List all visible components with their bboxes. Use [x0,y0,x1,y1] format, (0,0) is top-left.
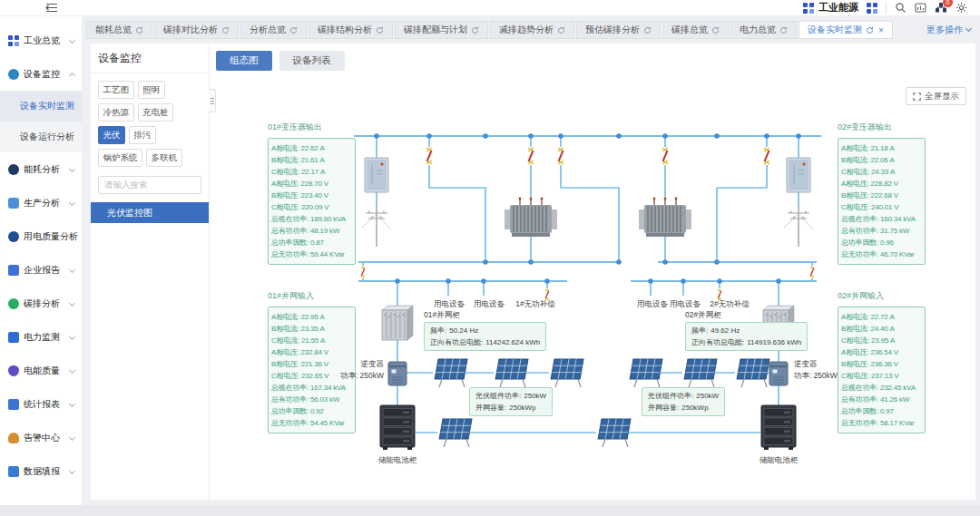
sidebar-sub-device-analysis[interactable]: 设备运行分析 [0,122,82,152]
refresh-icon[interactable] [376,26,384,34]
metric-label: 功率: [340,371,358,380]
chip-charging-pile[interactable]: 充电桩 [138,103,174,122]
metric-label: 正向有功总电能: [430,338,483,346]
organization-icon[interactable]: 0 [935,2,947,14]
metric-label: 功率: [794,371,811,380]
metric-label: 并网容量: [648,404,679,412]
metric-label: A相电压: [841,348,869,356]
metric-label: 总功率因数: [841,239,878,247]
metric-value: 228.82 V [871,180,898,188]
metric-value: 114242.624 kWh [485,338,540,346]
sidebar-item-power-quality[interactable]: 电能质量 [0,354,82,387]
metric-label: 总视在功率: [841,384,878,392]
refresh-icon[interactable] [557,26,565,34]
tab-analysis-overview[interactable]: 分析总览 [240,21,307,39]
refresh-icon[interactable] [643,26,652,34]
metric-label: 频率: [691,326,708,335]
metric-row: C相电流:21.55 A [271,335,352,346]
tab-reduction-trend[interactable]: 减排趋势分析 [490,21,574,39]
chip-multi-split[interactable]: 多联机 [146,149,182,167]
sidebar-item-alarm-center[interactable]: 告警中心 [0,421,82,454]
metric-value: 59.44 KVar [310,250,344,258]
sidebar-item-device-monitor[interactable]: 设备监控 [0,57,82,91]
tab-carbon-forecast[interactable]: 预估碳排分析 [576,21,661,39]
sidebar-collapse-icon[interactable] [45,3,58,13]
sidebar-item-industry-overview[interactable]: 工业总览 [0,24,82,57]
chip-lighting[interactable]: 照明 [138,81,165,99]
metric-label: A相电压: [271,180,299,188]
pv-panel-icon [737,359,769,387]
device-list-button[interactable]: 设备列表 [279,51,345,71]
transformer-2-output-panel: 02#变压器输出 A相电流:21.18 AB相电流:22.06 AC相电流:24… [838,122,926,265]
tree-item-pv-monitor[interactable]: 光伏监控图 [91,202,209,223]
content-panel: 设备监控 工艺图 照明 冷热源 充电桩 光伏 排污 锅炉系统 多联机 光伏监控图 [91,44,975,500]
metric-value: 250kW [813,371,837,380]
chip-pv[interactable]: 光伏 [98,126,125,144]
refresh-icon[interactable] [221,26,230,34]
metric-label: 总有功功率: [271,227,309,235]
metric-value: 48.19 kW [310,227,339,235]
refresh-icon[interactable] [711,26,720,34]
tab-device-realtime[interactable]: 设备实时监测× [799,21,893,39]
utility-pole-icon [784,206,813,247]
panel-title: 02#变压器输出 [838,122,926,133]
close-icon[interactable]: × [878,25,884,35]
pv-panel-icon [684,359,717,387]
search-icon[interactable] [895,2,906,14]
sidebar-item-energy-analysis[interactable]: 能耗分析 [0,152,82,186]
metric-row: 总有功功率:56.03 kW [271,394,352,405]
sidebar-item-power-monitor[interactable]: 电力监测 [0,320,82,354]
chip-sewage[interactable]: 排污 [129,126,156,144]
load-label: 用电设备 [665,299,705,310]
tab-power-overview[interactable]: 电力总览 [730,21,797,39]
metric-label: 总有功功率: [271,395,309,404]
tab-energy-overview[interactable]: 能耗总览 [86,21,152,39]
more-actions-button[interactable]: 更多操作 [926,24,971,36]
metric-row: 总视在功率:232.45 kVA [841,382,922,394]
tab-carbon-quota-plan[interactable]: 碳排配额与计划 [395,21,488,39]
sidebar-item-power-quality-analysis[interactable]: 用电质量分析 [0,219,82,253]
tab-carbon-structure[interactable]: 碳排结构分析 [309,21,393,39]
diagram-view-button[interactable]: 组态图 [216,51,272,71]
metric-value: 0.92 [310,407,324,415]
chip-boiler-system[interactable]: 锅炉系统 [98,149,142,167]
app-brand[interactable]: 工业能源 [803,1,858,15]
metric-row: B相电流:21.61 A [271,154,352,166]
refresh-icon[interactable] [866,26,874,34]
refresh-icon[interactable] [471,26,479,34]
sidebar-item-production-analysis[interactable]: 生产分析 [0,186,82,219]
chip-process-diagram[interactable]: 工艺图 [98,81,134,99]
sidebar-item-data-report[interactable]: 数据填报 [0,454,82,488]
grid-cabinet-2-info: 频率:49.62 Hz正向有功总电能:114919.636 kWh [685,322,808,351]
sidebar-sub-device-realtime[interactable]: 设备实时监测 [0,91,82,122]
main-area: 能耗总览 碳排对比分析 分析总览 碳排结构分析 碳排配额与计划 减排趋势分析 预… [82,16,980,505]
tab-carbon-overview[interactable]: 碳排总览 [662,21,729,39]
metric-value: 22.95 A [301,313,325,321]
app-switcher-icon[interactable] [867,3,877,14]
metric-row: B相电流:23.35 A [271,323,352,335]
search-input[interactable] [98,176,201,194]
chevron-down-icon [69,200,75,206]
chip-hvac-source[interactable]: 冷热源 [98,103,134,122]
device-panel: 设备监控 工艺图 照明 冷热源 充电桩 光伏 排污 锅炉系统 多联机 光伏监控图 [91,44,210,500]
refresh-icon[interactable] [779,26,788,34]
metric-row: C相电压:220.09 V [271,201,352,213]
refresh-icon[interactable] [289,26,298,34]
panel-title: 02#并网输入 [838,290,926,302]
sidebar-item-enterprise-report[interactable]: 企业报告 [0,253,82,287]
metric-row: 正向有功总电能:114919.636 kWh [691,336,801,348]
metric-row: B相电流:22.06 A [841,154,922,166]
notification-badge: 0 [943,0,953,7]
gear-icon[interactable] [956,2,967,14]
sidebar-item-statistics-report[interactable]: 统计报表 [0,387,82,421]
metric-value: 21.18 A [871,144,895,152]
inverter-1-icon [388,362,407,385]
sidebar-item-carbon-analysis[interactable]: 碳排分析 [0,287,82,320]
metric-value: 54.45 KVar [310,419,344,427]
tab-carbon-compare[interactable]: 碳排对比分析 [154,21,239,39]
metric-value: 236.36 V [871,360,898,368]
canvas-toolbar: 组态图 设备列表 [216,51,345,71]
metric-row: 功率:250kW [328,370,384,381]
workbench-icon[interactable] [915,2,926,14]
refresh-icon[interactable] [135,26,143,34]
